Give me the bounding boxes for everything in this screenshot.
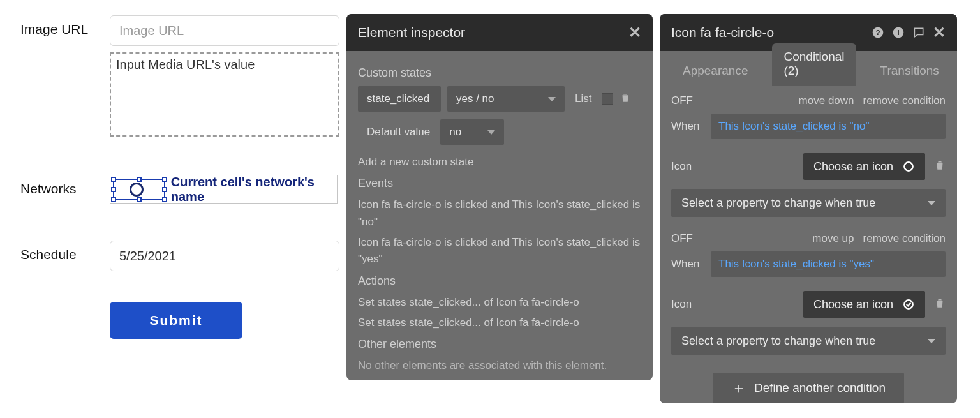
when-label: When — [671, 120, 702, 133]
inspector-header[interactable]: Element inspector ✕ — [346, 14, 653, 51]
when-expression[interactable]: This Icon's state_clicked is "yes" — [711, 251, 946, 277]
network-cell-text: Current cell's network's name — [171, 175, 337, 204]
canvas-form: Image URL Input Media URL's value Networ… — [20, 15, 339, 350]
icon-label: Icon — [671, 298, 702, 311]
trash-icon[interactable] — [620, 92, 631, 107]
define-another-condition-button[interactable]: ＋ Define another condition — [713, 373, 904, 403]
tab-appearance[interactable]: Appearance — [671, 57, 759, 86]
networks-label: Networks — [20, 175, 110, 197]
plus-icon: ＋ — [731, 380, 746, 396]
actions-title: Actions — [358, 274, 641, 288]
other-elements-text: No other elements are associated with th… — [358, 357, 641, 374]
close-icon[interactable]: ✕ — [628, 24, 641, 41]
chevron-down-icon — [928, 201, 935, 205]
chevron-down-icon — [548, 97, 556, 101]
events-title: Events — [358, 177, 641, 190]
check-circle-icon — [902, 298, 915, 311]
other-elements-title: Other elements — [358, 338, 641, 351]
icon-label: Icon — [671, 160, 702, 173]
close-icon[interactable]: ✕ — [933, 24, 946, 41]
condition-block: OFF move down remove condition When This… — [671, 91, 946, 217]
property-select[interactable]: Select a property to change when true — [671, 327, 946, 355]
comment-icon[interactable] — [912, 26, 925, 39]
trash-icon[interactable] — [934, 297, 946, 312]
schedule-input[interactable] — [110, 241, 339, 271]
action-item[interactable]: Set states state_clicked... of Icon fa f… — [358, 294, 641, 311]
svg-text:i: i — [897, 28, 899, 36]
choose-icon-button[interactable]: Choose an icon — [803, 153, 925, 180]
condition-off-toggle[interactable]: OFF — [671, 232, 693, 245]
list-label: List — [575, 93, 591, 105]
tab-conditional[interactable]: Conditional (2) — [772, 43, 856, 86]
tab-transitions[interactable]: Transitions — [869, 57, 951, 86]
properties-panel: Icon fa fa-circle-o ? i ✕ Appearance Con… — [660, 14, 957, 403]
media-url-box[interactable]: Input Media URL's value — [110, 52, 339, 137]
property-tabs: Appearance Conditional (2) Transitions — [660, 51, 957, 86]
condition-off-toggle[interactable]: OFF — [671, 94, 693, 107]
schedule-label: Schedule — [20, 241, 110, 262]
default-value-select[interactable]: no — [440, 119, 504, 145]
event-item[interactable]: Icon fa fa-circle-o is clicked and This … — [358, 234, 641, 268]
chevron-down-icon — [487, 130, 495, 135]
custom-states-title: Custom states — [358, 66, 641, 80]
event-item[interactable]: Icon fa fa-circle-o is clicked and This … — [358, 197, 641, 230]
submit-button[interactable]: Submit — [110, 302, 242, 339]
circle-o-icon — [902, 160, 915, 173]
help-icon[interactable]: ? — [872, 26, 884, 39]
image-url-input[interactable] — [110, 15, 339, 46]
state-type-select[interactable]: yes / no — [447, 86, 565, 112]
remove-condition-link[interactable]: remove condition — [863, 232, 946, 245]
inspector-title: Element inspector — [358, 25, 465, 40]
when-label: When — [671, 258, 702, 271]
svg-point-4 — [904, 162, 912, 170]
networks-cell[interactable]: Current cell's network's name — [110, 175, 338, 204]
chevron-down-icon — [928, 339, 935, 343]
default-value-label: Default value — [367, 126, 430, 138]
when-expression[interactable]: This Icon's state_clicked is "no" — [711, 114, 946, 139]
move-down-link[interactable]: move down — [799, 94, 854, 107]
add-custom-state-link[interactable]: Add a new custom state — [358, 154, 641, 170]
state-name-chip[interactable]: state_clicked — [358, 86, 441, 112]
remove-condition-link[interactable]: remove condition — [863, 94, 946, 107]
move-up-link[interactable]: move up — [812, 232, 854, 245]
svg-text:?: ? — [875, 28, 880, 36]
element-name: Icon fa fa-circle-o — [671, 25, 774, 40]
property-select[interactable]: Select a property to change when true — [671, 189, 946, 217]
element-inspector-panel: Element inspector ✕ Custom states state_… — [346, 14, 653, 380]
trash-icon[interactable] — [934, 160, 946, 174]
choose-icon-button[interactable]: Choose an icon — [803, 291, 925, 318]
list-checkbox[interactable] — [602, 93, 613, 105]
action-item[interactable]: Set states state_clicked... of Icon fa f… — [358, 315, 641, 331]
info-icon[interactable]: i — [892, 26, 905, 39]
image-url-label: Image URL — [20, 15, 110, 37]
condition-block: OFF move up remove condition When This I… — [671, 228, 946, 355]
circle-o-icon[interactable] — [130, 183, 144, 197]
